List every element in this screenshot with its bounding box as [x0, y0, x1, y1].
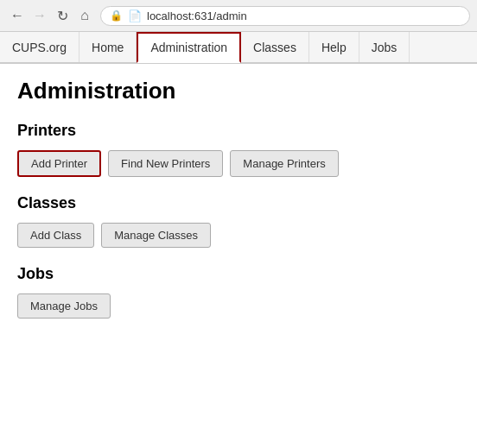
printers-section: Printers Add Printer Find New Printers M…	[17, 122, 460, 177]
browser-chrome: ← → ↻ ⌂ 🔒 📄 localhost:631/admin CUPS.org…	[0, 0, 477, 64]
jobs-button-row: Manage Jobs	[17, 293, 460, 319]
manage-classes-button[interactable]: Manage Classes	[101, 223, 211, 248]
page-content: Administration Printers Add Printer Find…	[0, 64, 477, 350]
manage-printers-button[interactable]: Manage Printers	[230, 150, 338, 177]
reload-button[interactable]: ↻	[52, 5, 73, 26]
nav-item-cups-org[interactable]: CUPS.org	[0, 32, 80, 62]
home-button[interactable]: ⌂	[74, 5, 95, 26]
add-printer-button[interactable]: Add Printer	[17, 150, 101, 177]
classes-section: Classes Add Class Manage Classes	[17, 194, 460, 248]
nav-buttons: ← → ↻ ⌂	[7, 5, 95, 26]
url-text: localhost:631/admin	[147, 9, 247, 22]
nav-item-jobs[interactable]: Jobs	[359, 32, 410, 62]
browser-toolbar: ← → ↻ ⌂ 🔒 📄 localhost:631/admin	[0, 0, 477, 32]
printers-section-title: Printers	[17, 122, 460, 140]
find-new-printers-button[interactable]: Find New Printers	[108, 150, 223, 177]
security-icon: 🔒	[110, 9, 123, 22]
jobs-section: Jobs Manage Jobs	[17, 265, 460, 319]
nav-item-help[interactable]: Help	[309, 32, 359, 62]
nav-item-administration[interactable]: Administration	[137, 32, 241, 63]
cups-nav: CUPS.org Home Administration Classes Hel…	[0, 32, 477, 63]
manage-jobs-button[interactable]: Manage Jobs	[17, 293, 111, 319]
address-bar[interactable]: 🔒 📄 localhost:631/admin	[100, 6, 470, 26]
classes-section-title: Classes	[17, 194, 460, 212]
page-icon: 📄	[128, 9, 142, 22]
nav-item-home[interactable]: Home	[80, 32, 137, 62]
forward-button[interactable]: →	[29, 5, 50, 26]
printers-button-row: Add Printer Find New Printers Manage Pri…	[17, 150, 460, 177]
page-title: Administration	[17, 78, 460, 104]
classes-button-row: Add Class Manage Classes	[17, 223, 460, 248]
jobs-section-title: Jobs	[17, 265, 460, 283]
back-button[interactable]: ←	[7, 5, 28, 26]
nav-item-classes[interactable]: Classes	[241, 32, 309, 62]
add-class-button[interactable]: Add Class	[17, 223, 94, 248]
